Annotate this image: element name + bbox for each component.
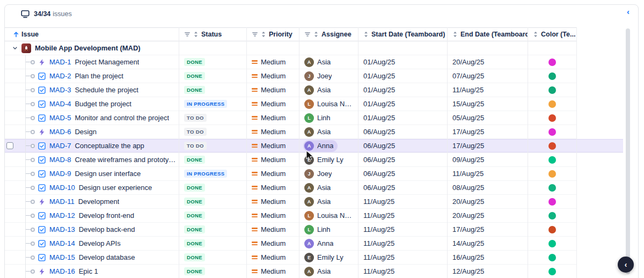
- status-cell[interactable]: DONE: [179, 237, 246, 250]
- end-date-cell[interactable]: 17/Aug/25: [447, 223, 528, 236]
- color-cell[interactable]: [528, 97, 576, 111]
- status-badge[interactable]: DONE: [184, 253, 205, 261]
- priority-cell[interactable]: Medium: [246, 209, 299, 222]
- column-header-start-date[interactable]: Start Date (Teamboard): [358, 28, 447, 41]
- link-handle[interactable]: [31, 102, 35, 106]
- color-cell[interactable]: [528, 265, 576, 278]
- table-row[interactable]: MAD-1 Project Management DONE Medium A A…: [5, 55, 576, 69]
- filter-icon[interactable]: [252, 31, 258, 38]
- issue-key-link[interactable]: MAD-3: [49, 86, 71, 94]
- column-header-priority[interactable]: Priority: [246, 28, 299, 41]
- end-date-cell[interactable]: 16/Aug/25: [447, 251, 528, 264]
- color-dot[interactable]: [548, 170, 556, 178]
- priority-cell[interactable]: Medium: [246, 111, 299, 125]
- sort-icon[interactable]: [261, 31, 266, 38]
- priority-cell[interactable]: Medium: [246, 167, 299, 180]
- status-badge[interactable]: DONE: [184, 197, 205, 206]
- issue-key-link[interactable]: MAD-8: [49, 156, 71, 164]
- issue-key-link[interactable]: MAD-11: [49, 197, 75, 206]
- assignee-cell[interactable]: A Asia: [299, 83, 358, 97]
- priority-cell[interactable]: Medium: [246, 237, 299, 250]
- issue-key-link[interactable]: MAD-10: [49, 184, 75, 192]
- status-badge[interactable]: DONE: [184, 239, 205, 247]
- assignee-cell[interactable]: J Joey: [299, 69, 358, 83]
- sort-icon[interactable]: [363, 31, 369, 38]
- color-cell[interactable]: [528, 167, 576, 180]
- table-row[interactable]: MAD-11 Development DONE Medium A Asia 11…: [5, 195, 576, 209]
- priority-cell[interactable]: Medium: [246, 153, 299, 166]
- issue-key-link[interactable]: MAD-1: [49, 58, 71, 66]
- start-date-cell[interactable]: 01/Aug/25: [358, 111, 447, 125]
- collapse-panel-icon[interactable]: ‹: [627, 7, 630, 16]
- chevron-down-icon[interactable]: [12, 46, 18, 51]
- assignee-cell[interactable]: A Asia: [299, 195, 358, 208]
- assignee-chip[interactable]: A Asia: [303, 84, 335, 96]
- table-row[interactable]: MAD-10 Design user experience DONE Mediu…: [5, 181, 576, 195]
- assignee-cell[interactable]: A Anna: [299, 139, 358, 152]
- end-date-cell[interactable]: 11/Aug/25: [447, 83, 528, 97]
- collapse-sidebar-button[interactable]: ‹: [618, 257, 634, 273]
- end-date-cell[interactable]: 17/Aug/25: [447, 139, 528, 152]
- priority-cell[interactable]: Medium: [246, 69, 299, 83]
- sort-icon[interactable]: [193, 31, 199, 38]
- end-date-cell[interactable]: 14/Aug/25: [447, 237, 528, 250]
- filter-icon[interactable]: [304, 31, 311, 38]
- assignee-chip[interactable]: L Linh: [303, 112, 335, 124]
- status-badge[interactable]: DONE: [184, 211, 205, 220]
- priority-cell[interactable]: Medium: [246, 251, 299, 264]
- end-date-cell[interactable]: 20/Aug/25: [447, 195, 528, 208]
- start-date-cell[interactable]: 01/Aug/25: [358, 83, 447, 97]
- assignee-chip[interactable]: A Anna: [303, 140, 338, 152]
- column-header-issue[interactable]: Issue: [5, 28, 179, 41]
- link-handle[interactable]: [31, 130, 35, 134]
- end-date-cell[interactable]: 15/Aug/25: [447, 97, 528, 111]
- table-row[interactable]: MAD-14 Develop APIs DONE Medium A Anna 1…: [5, 237, 576, 251]
- link-handle[interactable]: [31, 255, 35, 260]
- color-cell[interactable]: [528, 223, 576, 236]
- assignee-cell[interactable]: A Asia: [299, 181, 358, 194]
- link-handle[interactable]: [31, 116, 35, 120]
- issue-key-link[interactable]: MAD-15: [49, 253, 75, 261]
- status-badge[interactable]: DONE: [184, 156, 205, 164]
- color-cell[interactable]: [528, 195, 576, 208]
- table-row[interactable]: MAD-13 Develop back-end DONE Medium L Li…: [5, 223, 576, 237]
- assignee-cell[interactable]: E Emily Ly: [299, 153, 358, 166]
- issue-key-link[interactable]: MAD-5: [49, 114, 71, 122]
- assignee-cell[interactable]: A Asia: [299, 55, 358, 69]
- assignee-cell[interactable]: A Asia: [299, 265, 358, 278]
- issue-key-link[interactable]: MAD-13: [49, 225, 75, 233]
- end-date-cell[interactable]: 07/Aug/25: [447, 69, 528, 83]
- status-cell[interactable]: DONE: [179, 265, 246, 278]
- start-date-cell[interactable]: 11/Aug/25: [358, 223, 447, 236]
- color-cell[interactable]: [528, 111, 576, 125]
- color-dot[interactable]: [548, 212, 556, 220]
- link-handle[interactable]: [31, 242, 35, 246]
- status-badge[interactable]: DONE: [184, 184, 205, 192]
- color-dot[interactable]: [548, 142, 556, 150]
- table-row[interactable]: MAD-12 Develop front-end DONE Medium L L…: [5, 209, 576, 223]
- issue-key-link[interactable]: MAD-7: [49, 142, 71, 150]
- assignee-chip[interactable]: A Asia: [303, 56, 335, 68]
- column-header-status[interactable]: Status: [179, 28, 246, 41]
- start-date-cell[interactable]: 06/Aug/25: [358, 181, 447, 194]
- issue-key-link[interactable]: MAD-12: [49, 211, 75, 220]
- color-dot[interactable]: [548, 128, 556, 136]
- status-cell[interactable]: IN PROGRESS: [179, 97, 246, 111]
- filter-icon[interactable]: [184, 31, 191, 38]
- table-row[interactable]: MAD-7 Conceptualize the app TO DO Medium…: [5, 139, 623, 153]
- sort-icon[interactable]: [452, 31, 458, 38]
- link-handle[interactable]: [31, 60, 35, 64]
- start-date-cell[interactable]: 11/Aug/25: [358, 195, 447, 208]
- row-checkbox[interactable]: [6, 142, 13, 149]
- table-row[interactable]: MAD-9 Design user interface IN PROGRESS …: [5, 167, 576, 181]
- link-handle[interactable]: [31, 214, 35, 218]
- color-dot[interactable]: [548, 268, 556, 275]
- issue-key-link[interactable]: MAD-4: [49, 100, 71, 108]
- color-cell[interactable]: [528, 181, 576, 194]
- issue-key-link[interactable]: MAD-6: [49, 128, 71, 136]
- status-badge[interactable]: IN PROGRESS: [184, 100, 227, 108]
- assignee-chip[interactable]: A Asia: [303, 126, 335, 138]
- color-dot[interactable]: [548, 198, 556, 206]
- issue-key-link[interactable]: MAD-14: [49, 239, 75, 247]
- sort-icon[interactable]: [533, 31, 538, 38]
